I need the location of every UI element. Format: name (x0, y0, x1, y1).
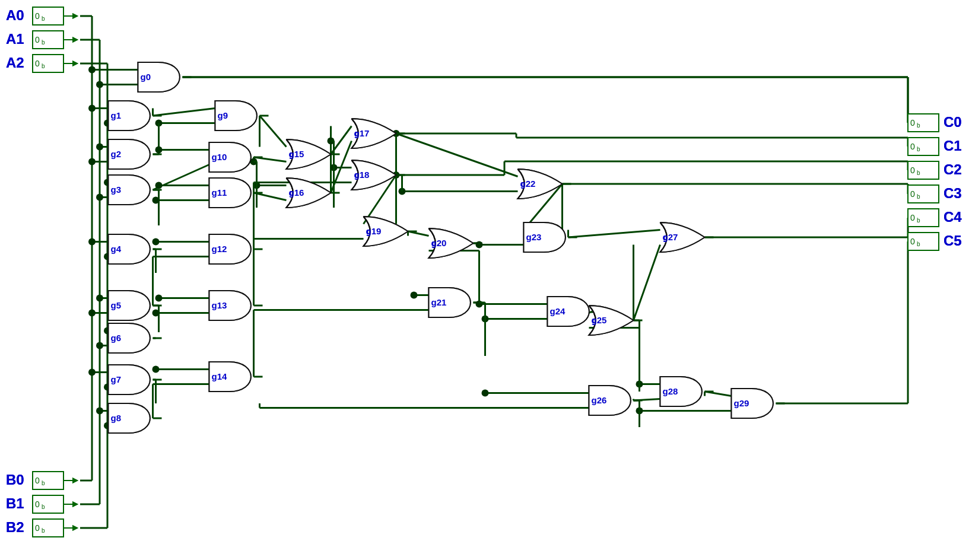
circuit-diagram (0, 0, 972, 560)
